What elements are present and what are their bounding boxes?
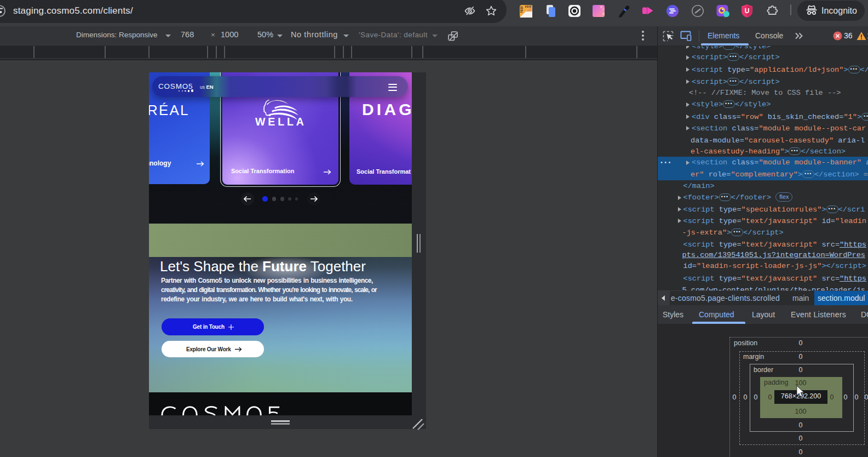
svg-text:WELLA: WELLA <box>255 116 306 128</box>
svg-text:U: U <box>745 7 750 15</box>
